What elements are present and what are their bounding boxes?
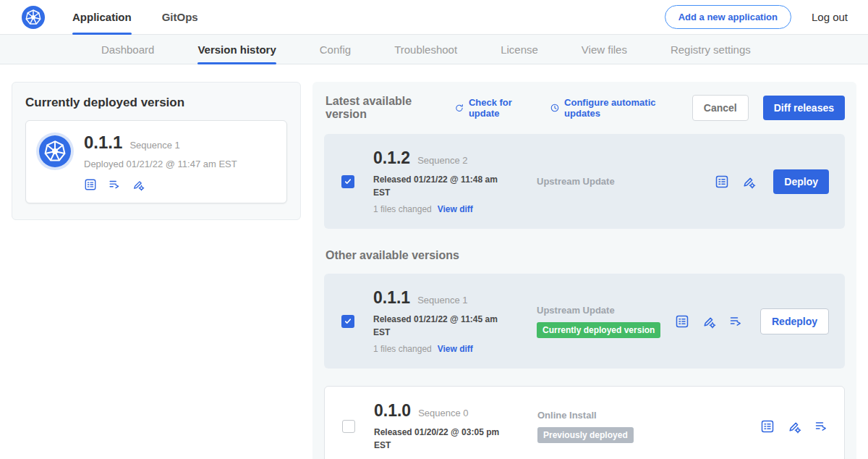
tab-application-label: Application bbox=[72, 11, 132, 23]
previously-deployed-badge: Previously deployed bbox=[537, 427, 634, 443]
edit-config-icon[interactable] bbox=[741, 174, 756, 189]
kots-admin-console: Application GitOps Add a new application… bbox=[0, 0, 868, 459]
released-date: Released 01/20/22 @ 03:05 pm EST bbox=[374, 426, 511, 452]
check-for-update-label: Check for update bbox=[469, 97, 535, 119]
check-for-update-link[interactable]: Check for update bbox=[454, 97, 535, 119]
subnav-item-registry-settings[interactable]: Registry settings bbox=[671, 35, 751, 64]
released-date: Released 01/21/22 @ 11:45 am EST bbox=[373, 313, 511, 339]
version-sequence: Sequence 2 bbox=[417, 155, 467, 166]
main-content: Currently deployed version 0.1.1 Sequenc… bbox=[0, 64, 868, 459]
version-info: 0.1.2 Sequence 2 Released 01/21/22 @ 11:… bbox=[373, 148, 524, 214]
top-navbar: Application GitOps Add a new application… bbox=[0, 0, 868, 35]
currently-deployed-panel: Currently deployed version 0.1.1 Sequenc… bbox=[12, 82, 301, 220]
version-source: Upstream Update bbox=[524, 176, 715, 187]
release-notes-icon[interactable] bbox=[715, 174, 729, 189]
deployed-sequence: Sequence 1 bbox=[129, 140, 179, 151]
released-date: Released 01/21/22 @ 11:48 am EST bbox=[373, 173, 511, 199]
version-checkbox[interactable] bbox=[341, 315, 354, 328]
cancel-button[interactable]: Cancel bbox=[692, 95, 749, 121]
version-checkbox[interactable] bbox=[342, 420, 355, 433]
clock-icon bbox=[550, 102, 560, 114]
version-checkbox[interactable] bbox=[341, 175, 354, 188]
version-source: Online Install Previously deployed bbox=[524, 410, 760, 443]
version-number: 0.1.1 bbox=[373, 288, 410, 308]
refresh-icon bbox=[454, 102, 464, 114]
version-row-0-1-2: 0.1.2 Sequence 2 Released 01/21/22 @ 11:… bbox=[324, 134, 845, 229]
available-versions-panel: Latest available version Check for updat… bbox=[312, 82, 856, 459]
edit-config-icon[interactable] bbox=[787, 419, 801, 434]
deploy-button[interactable]: Deploy bbox=[773, 169, 829, 194]
subnav-item-config[interactable]: Config bbox=[320, 35, 351, 64]
deploy-logs-icon[interactable] bbox=[108, 178, 121, 191]
version-actions bbox=[760, 419, 831, 434]
subnav-item-troubleshoot[interactable]: Troubleshoot bbox=[394, 35, 457, 64]
subnav-item-version-history[interactable]: Version history bbox=[197, 35, 276, 64]
deployed-version-card: 0.1.1 Sequence 1 Deployed 01/21/22 @ 11:… bbox=[25, 120, 287, 203]
diff-releases-button[interactable]: Diff releases bbox=[763, 96, 845, 120]
version-sequence: Sequence 0 bbox=[418, 408, 468, 418]
deployed-version-number: 0.1.1 bbox=[84, 132, 122, 153]
checkmark-icon bbox=[344, 317, 352, 326]
deploy-logs-icon[interactable] bbox=[728, 314, 743, 329]
version-number: 0.1.0 bbox=[374, 401, 411, 421]
release-notes-icon[interactable] bbox=[84, 178, 97, 191]
tab-application[interactable]: Application bbox=[72, 0, 132, 34]
deployed-panel-title: Currently deployed version bbox=[25, 96, 287, 110]
checkmark-icon bbox=[344, 177, 352, 186]
version-number: 0.1.2 bbox=[373, 148, 410, 168]
version-info: 0.1.0 Sequence 0 Released 01/20/22 @ 03:… bbox=[374, 401, 524, 452]
files-changed: 1 files changed bbox=[373, 344, 432, 354]
currently-deployed-badge: Currently deployed version bbox=[537, 322, 660, 338]
app-icon bbox=[39, 135, 71, 167]
logout-link[interactable]: Log out bbox=[812, 11, 848, 23]
edit-config-icon[interactable] bbox=[702, 314, 716, 329]
app-subnav: Dashboard Version history Config Trouble… bbox=[0, 35, 868, 64]
version-actions: Redeploy bbox=[675, 308, 832, 334]
topnav-tabs: Application GitOps bbox=[72, 0, 229, 34]
version-row-0-1-0: 0.1.0 Sequence 0 Released 01/20/22 @ 03:… bbox=[324, 386, 845, 459]
subnav-item-license[interactable]: License bbox=[501, 35, 538, 64]
subnav-item-dashboard[interactable]: Dashboard bbox=[101, 35, 154, 64]
kubernetes-logo-icon bbox=[22, 6, 45, 29]
deployed-date: Deployed 01/21/22 @ 11:47 am EST bbox=[84, 159, 237, 169]
tab-gitops-label: GitOps bbox=[162, 11, 198, 23]
configure-automatic-updates-label: Configure automatic updates bbox=[564, 97, 678, 119]
files-changed: 1 files changed bbox=[373, 204, 432, 214]
latest-available-title: Latest available version bbox=[326, 95, 440, 121]
version-source: Upstream Update Currently deployed versi… bbox=[524, 305, 675, 338]
deploy-logs-icon[interactable] bbox=[814, 419, 828, 434]
edit-config-icon[interactable] bbox=[132, 178, 145, 191]
topnav-right: Add a new application Log out bbox=[665, 5, 848, 29]
view-diff-link[interactable]: View diff bbox=[438, 204, 473, 214]
available-header: Latest available version Check for updat… bbox=[324, 95, 845, 121]
configure-automatic-updates-link[interactable]: Configure automatic updates bbox=[550, 97, 678, 119]
version-actions: Deploy bbox=[715, 169, 832, 194]
tab-gitops[interactable]: GitOps bbox=[162, 0, 198, 34]
release-notes-icon[interactable] bbox=[760, 419, 775, 434]
subnav-item-view-files[interactable]: View files bbox=[582, 35, 627, 64]
redeploy-button[interactable]: Redeploy bbox=[760, 308, 829, 334]
version-sequence: Sequence 1 bbox=[417, 295, 467, 306]
version-info: 0.1.1 Sequence 1 Released 01/21/22 @ 11:… bbox=[373, 288, 524, 354]
other-versions-title: Other available versions bbox=[326, 249, 845, 262]
release-notes-icon[interactable] bbox=[675, 314, 689, 329]
view-diff-link[interactable]: View diff bbox=[438, 344, 473, 354]
deployed-version-info: 0.1.1 Sequence 1 Deployed 01/21/22 @ 11:… bbox=[84, 132, 237, 191]
deployed-icon-row bbox=[84, 178, 237, 191]
version-row-0-1-1: 0.1.1 Sequence 1 Released 01/21/22 @ 11:… bbox=[324, 274, 845, 369]
add-application-button[interactable]: Add a new application bbox=[665, 5, 791, 29]
